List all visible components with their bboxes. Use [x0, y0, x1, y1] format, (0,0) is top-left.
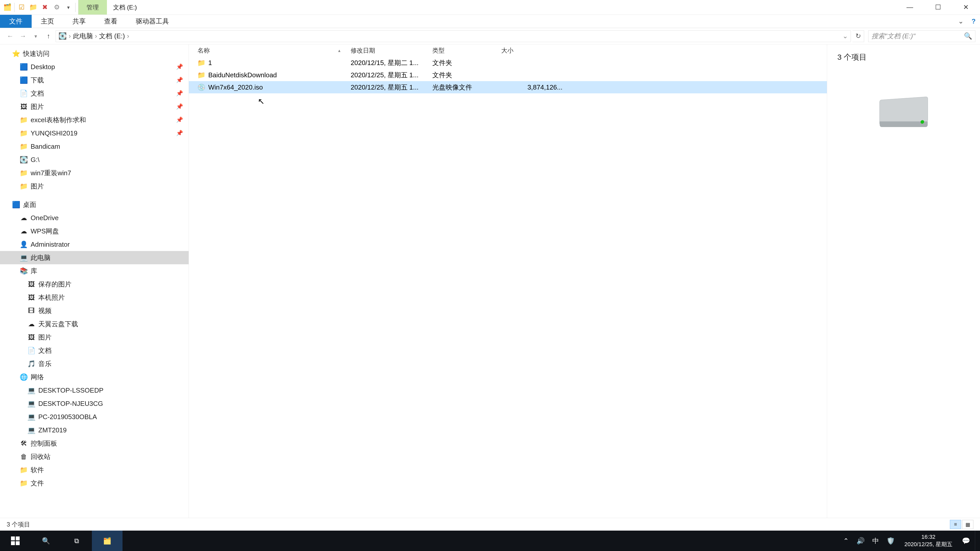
item-icon: ☁ [20, 227, 27, 235]
tree-item[interactable]: 🛠控制面板 [0, 437, 189, 450]
breadcrumb[interactable]: 💽 › 此电脑 › 文档 (E:) › ⌄ [56, 30, 851, 42]
taskbar-search-icon[interactable]: 🔍 [30, 530, 61, 551]
ribbon-expand-icon[interactable]: ⌄ [955, 15, 967, 28]
drive-icon: 💽 [59, 32, 67, 40]
col-date[interactable]: 修改日期 [351, 44, 432, 57]
search-input[interactable]: 搜索"文档 (E:)" 🔍 [868, 30, 975, 42]
table-row[interactable]: 📁BaiduNetdiskDownload2020/12/25, 星期五 1..… [189, 69, 827, 81]
item-icon: 📁 [20, 143, 27, 150]
tray-chevron-icon[interactable]: ⌃ [843, 537, 849, 545]
address-dropdown-icon[interactable]: ⌄ [842, 32, 848, 40]
minimize-button[interactable]: — [896, 0, 924, 15]
tree-item[interactable]: 👤Administrator [0, 238, 189, 251]
taskbar-explorer-icon[interactable]: 🗂️ [92, 530, 123, 551]
col-type[interactable]: 类型 [432, 44, 501, 57]
tree-item[interactable]: 📁文件 [0, 476, 189, 490]
ribbon-file-tab[interactable]: 文件 [0, 15, 32, 28]
tree-item[interactable]: 📄文档 [0, 344, 189, 357]
tree-item[interactable]: 🖼图片📌 [0, 100, 189, 113]
file-list: 名称▴ 修改日期 类型 大小 📁12020/12/15, 星期二 1...文件夹… [189, 44, 827, 518]
qat-properties-icon[interactable]: ⚙ [52, 3, 62, 12]
task-view-icon[interactable]: ⧉ [61, 530, 92, 551]
tree-item[interactable]: 💽G:\ [0, 153, 189, 166]
tree-item[interactable]: 💻PC-20190530OBLA [0, 410, 189, 424]
col-name[interactable]: 名称▴ [197, 44, 351, 57]
nav-history-icon[interactable]: ▾ [30, 30, 41, 42]
tree-item[interactable]: 🗑回收站 [0, 450, 189, 463]
ribbon-tab-drive-tools[interactable]: 驱动器工具 [127, 15, 178, 28]
item-icon: 💻 [20, 254, 27, 262]
ribbon-tab-share[interactable]: 共享 [63, 15, 95, 28]
tree-item[interactable]: 📁Bandicam [0, 140, 189, 153]
close-button[interactable]: ✕ [952, 0, 980, 15]
tray-volume-icon[interactable]: 🔊 [856, 537, 865, 545]
crumb-this-pc[interactable]: 此电脑 [73, 32, 93, 41]
col-size[interactable]: 大小 [501, 44, 570, 57]
ribbon-tab-view[interactable]: 查看 [95, 15, 127, 28]
start-button[interactable] [0, 530, 30, 551]
item-icon: 📁 [20, 116, 27, 124]
table-row[interactable]: 💿Win7x64_2020.iso2020/12/25, 星期五 1...光盘映… [189, 81, 827, 94]
tree-item[interactable]: 💻DESKTOP-LSSOEDP [0, 384, 189, 397]
pin-icon: 📌 [176, 103, 183, 110]
view-mode-toggle: ≡ ▦ [950, 520, 974, 529]
tree-item[interactable]: 🟦下载📌 [0, 73, 189, 87]
tree-item[interactable]: ☁OneDrive [0, 211, 189, 224]
table-row[interactable]: 📁12020/12/15, 星期二 1...文件夹 [189, 57, 827, 69]
tree-item[interactable]: 💻DESKTOP-NJEU3CG [0, 397, 189, 410]
tree-item[interactable]: 📁excel表格制作求和📌 [0, 113, 189, 127]
details-view-icon[interactable]: ≡ [950, 520, 961, 529]
help-icon[interactable]: ? [967, 15, 980, 28]
tree-desktop[interactable]: 🟦 桌面 [0, 198, 189, 211]
nav-forward-icon: → [18, 30, 29, 42]
tree-network[interactable]: 🌐 网络 [0, 370, 189, 384]
show-desktop-button[interactable] [975, 530, 980, 551]
tree-item[interactable]: 📁YUNQISHI2019📌 [0, 127, 189, 140]
tree-item[interactable]: 📚库 [0, 264, 189, 278]
tree-item[interactable]: 📁软件 [0, 463, 189, 476]
qat-delete-icon[interactable]: ✖ [40, 3, 50, 12]
qat-checkbox-icon[interactable]: ☑ [17, 3, 26, 12]
tree-item[interactable]: 🎞视频 [0, 304, 189, 318]
tree-item[interactable]: 🖼保存的图片 [0, 278, 189, 291]
tree-item[interactable]: 📁图片 [0, 179, 189, 193]
tree-item[interactable]: 📁win7重装win7 [0, 166, 189, 179]
taskbar-clock[interactable]: 16:32 2020/12/25, 星期五 [900, 530, 957, 551]
tray-security-icon[interactable]: 🛡️ [886, 537, 895, 545]
item-icon: 👤 [20, 241, 27, 248]
tree-item[interactable]: ☁WPS网盘 [0, 224, 189, 238]
item-icon: 🎞 [27, 307, 35, 314]
item-icon: 🟦 [20, 63, 27, 71]
thumbnails-view-icon[interactable]: ▦ [962, 520, 974, 529]
nav-tree[interactable]: ⭐ 快速访问 🟦Desktop📌🟦下载📌📄文档📌🖼图片📌📁excel表格制作求和… [0, 44, 189, 518]
tree-item[interactable]: 📄文档📌 [0, 87, 189, 100]
crumb-drive-e[interactable]: 文档 (E:) [99, 32, 125, 41]
nav-up-icon[interactable]: ↑ [43, 30, 54, 42]
tree-item[interactable]: 🎵音乐 [0, 357, 189, 370]
maximize-button[interactable]: ☐ [924, 0, 952, 15]
tree-item[interactable]: 🟦Desktop📌 [0, 60, 189, 73]
search-icon[interactable]: 🔍 [964, 32, 972, 40]
item-icon: 🎵 [27, 360, 35, 368]
qat-dropdown-icon[interactable]: ▾ [64, 3, 73, 12]
contextual-tab-header[interactable]: 管理 [78, 0, 107, 14]
nav-back-icon[interactable]: ← [5, 30, 16, 42]
ribbon-tab-home[interactable]: 主页 [32, 15, 63, 28]
refresh-icon[interactable]: ↻ [853, 30, 864, 42]
action-center-icon[interactable]: 💬 [957, 530, 975, 551]
tree-item[interactable]: 🖼图片 [0, 330, 189, 344]
item-icon: 📄 [27, 347, 35, 354]
item-icon: 🟦 [20, 76, 27, 84]
drive-thumbnail [880, 97, 928, 125]
tree-item[interactable]: ☁天翼云盘下载 [0, 318, 189, 330]
tree-item[interactable]: 💻此电脑 [0, 251, 189, 264]
item-icon: 💽 [20, 156, 27, 164]
tree-item[interactable]: 💻ZMT2019 [0, 424, 189, 437]
qat-folder-icon[interactable]: 📁 [28, 3, 38, 12]
tree-quick-access[interactable]: ⭐ 快速访问 [0, 47, 189, 60]
item-icon: 📚 [20, 267, 27, 275]
item-icon: ☁ [20, 214, 27, 222]
file-icon: 💿 [197, 83, 205, 91]
tray-ime-icon[interactable]: 中 [872, 537, 879, 545]
tree-item[interactable]: 🖼本机照片 [0, 291, 189, 304]
